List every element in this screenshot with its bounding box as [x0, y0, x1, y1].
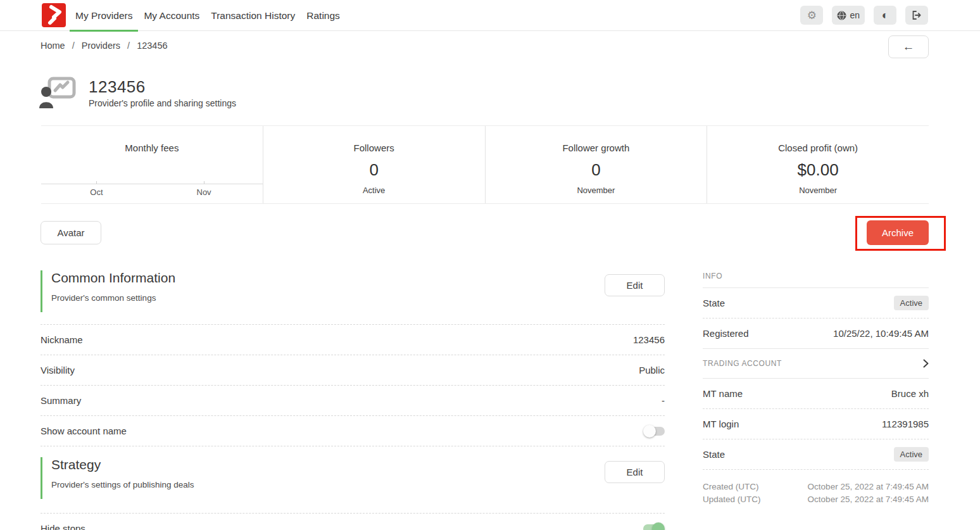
stat-title: Closed profit (own): [707, 126, 929, 153]
settings-button[interactable]: ⚙: [800, 6, 823, 25]
stat-value: 0: [263, 160, 485, 180]
field-label: MT login: [703, 419, 739, 429]
row-updated-utc: Updated (UTC) October 25, 2022 at 7:49:4…: [703, 493, 929, 505]
timestamps-block: Created (UTC) October 25, 2022 at 7:49:4…: [703, 470, 929, 505]
provider-profile-icon: [39, 77, 76, 108]
stats-band: Monthly fees Oct Nov Followers 0 Active …: [41, 125, 929, 204]
field-value: October 25, 2022 at 7:49:45 AM: [808, 482, 929, 491]
chart-tick: [204, 181, 204, 184]
trading-account-header-label: TRADING ACCOUNT: [703, 359, 782, 368]
row-visibility: Visibility Public: [41, 355, 665, 386]
avatar-button[interactable]: Avatar: [41, 221, 101, 244]
page-title: 123456: [89, 77, 146, 97]
chart-tick-label: Nov: [197, 187, 211, 197]
toggle-knob: [652, 522, 665, 530]
chart-axis: [41, 184, 263, 184]
stat-title: Followers: [263, 126, 485, 153]
language-button[interactable]: en: [832, 6, 865, 25]
breadcrumb-providers[interactable]: Providers: [82, 41, 120, 51]
field-value: 123456: [633, 334, 665, 345]
section-subtitle: Provider's common settings: [51, 293, 665, 303]
stat-caption: Active: [263, 186, 485, 195]
stat-title: Follower growth: [486, 126, 707, 153]
contrast-icon: ◐: [882, 9, 889, 21]
logout-button[interactable]: [905, 6, 928, 25]
row-hide-stops: Hide stops: [41, 514, 665, 530]
section-common-information: Common Information Provider's common set…: [41, 270, 665, 312]
field-label: Created (UTC): [703, 482, 759, 491]
edit-common-information-button[interactable]: Edit: [605, 274, 665, 296]
hide-stops-toggle[interactable]: [643, 522, 665, 530]
section-strategy: Strategy Provider's settings of publishi…: [41, 457, 665, 499]
stat-value: 0: [486, 160, 707, 180]
monthly-fees-chart: Oct Nov: [41, 184, 263, 203]
field-value: Bruce xh: [891, 388, 929, 399]
stat-card-follower-growth: Follower growth 0 November: [485, 126, 707, 203]
field-value: 112391985: [882, 419, 929, 429]
field-value: 10/25/22, 10:49:45 AM: [833, 328, 929, 339]
row-mt-login: MT login 112391985: [703, 409, 929, 439]
trading-account-section-header[interactable]: TRADING ACCOUNT: [703, 349, 929, 379]
breadcrumb: Home / Providers / 123456: [41, 41, 168, 51]
field-value: -: [662, 395, 665, 406]
field-label: Hide stops: [41, 523, 85, 530]
field-label: Registered: [703, 328, 749, 339]
status-badge: Active: [894, 447, 929, 462]
chart-tick: [96, 181, 97, 184]
navbar-actions: ⚙ en ◐: [800, 6, 928, 25]
toggle-knob: [643, 425, 656, 438]
globe-icon: [837, 11, 846, 20]
page: My Providers My Accounts Transaction His…: [0, 0, 980, 530]
theme-toggle-button[interactable]: ◐: [874, 6, 896, 25]
main-nav: My Providers My Accounts Transaction His…: [70, 0, 346, 31]
field-label: Summary: [41, 395, 81, 406]
chevron-right-icon: [923, 359, 929, 368]
row-registered: Registered 10/25/22, 10:49:45 AM: [703, 319, 929, 349]
field-label: MT name: [703, 388, 743, 399]
row-show-account-name: Show account name: [41, 416, 665, 446]
field-label: Nickname: [41, 334, 83, 345]
field-value: Public: [639, 365, 665, 375]
stat-card-followers: Followers 0 Active: [263, 126, 485, 203]
nav-ratings[interactable]: Ratings: [301, 0, 346, 31]
info-header-label: INFO: [703, 272, 722, 281]
row-state: State Active: [703, 288, 929, 319]
back-button[interactable]: ←: [888, 35, 929, 58]
gear-icon: ⚙: [807, 10, 817, 21]
back-arrow-icon: ←: [903, 40, 915, 54]
breadcrumb-current: 123456: [137, 41, 167, 51]
row-account-state: State Active: [703, 439, 929, 470]
show-account-name-toggle[interactable]: [643, 425, 665, 438]
row-summary: Summary -: [41, 386, 665, 416]
section-title: Strategy: [51, 457, 665, 472]
status-badge: Active: [894, 296, 929, 310]
stat-caption: November: [707, 186, 929, 195]
row-created-utc: Created (UTC) October 25, 2022 at 7:49:4…: [703, 480, 929, 493]
edit-strategy-button[interactable]: Edit: [605, 461, 665, 483]
info-section-header: INFO: [703, 265, 929, 288]
field-label: Visibility: [41, 365, 75, 375]
info-sidebar: INFO State Active Registered 10/25/22, 1…: [703, 265, 929, 505]
common-information-rows: Nickname 123456 Visibility Public Summar…: [41, 324, 665, 446]
nav-transaction-history[interactable]: Transaction History: [205, 0, 301, 31]
section-title: Common Information: [51, 270, 665, 286]
page-subtitle: Provider's profile and sharing settings: [89, 98, 236, 108]
field-label: Updated (UTC): [703, 495, 761, 504]
stat-card-closed-profit: Closed profit (own) $0.00 November: [707, 126, 929, 203]
stat-value: $0.00: [707, 160, 929, 180]
logout-icon: [912, 10, 922, 20]
breadcrumb-separator: /: [127, 41, 130, 51]
row-mt-name: MT name Bruce xh: [703, 379, 929, 409]
strategy-rows: Hide stops: [41, 513, 665, 530]
field-label: Show account name: [41, 426, 127, 436]
field-label: State: [703, 298, 725, 308]
language-code: en: [850, 10, 860, 20]
nav-my-providers[interactable]: My Providers: [70, 0, 138, 31]
breadcrumb-home[interactable]: Home: [41, 41, 65, 51]
app-logo-icon[interactable]: [42, 3, 66, 27]
chart-tick-label: Oct: [90, 187, 103, 197]
nav-my-accounts[interactable]: My Accounts: [138, 0, 205, 31]
breadcrumb-separator: /: [72, 41, 75, 51]
stat-card-monthly-fees: Monthly fees Oct Nov: [41, 126, 263, 203]
archive-button[interactable]: Archive: [867, 220, 929, 245]
